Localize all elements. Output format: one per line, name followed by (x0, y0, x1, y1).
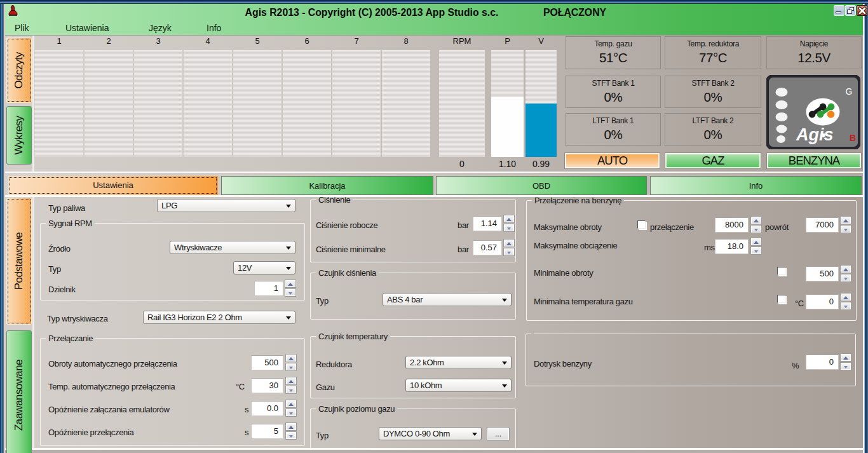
svg-text:Agis: Agis (796, 125, 834, 144)
svg-text:B: B (850, 133, 856, 143)
svg-text:G: G (846, 86, 853, 97)
